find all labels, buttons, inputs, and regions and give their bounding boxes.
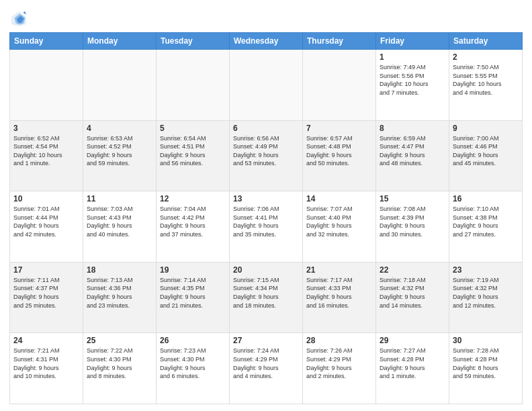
weekday-row: SundayMondayTuesdayWednesdayThursdayFrid… [10, 33, 523, 50]
calendar-cell: 25Sunrise: 7:22 AM Sunset: 4:30 PM Dayli… [83, 333, 157, 404]
day-number: 17 [13, 265, 79, 275]
day-info: Sunrise: 6:57 AM Sunset: 4:48 PM Dayligh… [306, 134, 372, 168]
calendar-week-4: 17Sunrise: 7:11 AM Sunset: 4:37 PM Dayli… [10, 262, 523, 333]
calendar-cell: 6Sunrise: 6:56 AM Sunset: 4:49 PM Daylig… [230, 120, 303, 191]
day-number: 19 [160, 265, 226, 275]
day-number: 7 [306, 124, 372, 133]
calendar-week-2: 3Sunrise: 6:52 AM Sunset: 4:54 PM Daylig… [10, 120, 523, 191]
calendar-cell: 29Sunrise: 7:27 AM Sunset: 4:28 PM Dayli… [376, 333, 449, 404]
calendar-cell: 5Sunrise: 6:54 AM Sunset: 4:51 PM Daylig… [157, 120, 230, 191]
day-number: 15 [380, 194, 445, 203]
calendar-cell: 2Sunrise: 7:50 AM Sunset: 5:55 PM Daylig… [449, 50, 523, 121]
calendar-cell: 21Sunrise: 7:17 AM Sunset: 4:33 PM Dayli… [303, 262, 376, 333]
day-number: 13 [233, 194, 299, 203]
day-number: 25 [87, 336, 152, 345]
logo-icon [9, 9, 28, 28]
day-info: Sunrise: 7:23 AM Sunset: 4:30 PM Dayligh… [160, 347, 226, 380]
day-info: Sunrise: 7:01 AM Sunset: 4:44 PM Dayligh… [13, 205, 79, 238]
day-info: Sunrise: 7:04 AM Sunset: 4:42 PM Dayligh… [160, 205, 226, 238]
day-number: 5 [160, 124, 226, 133]
day-info: Sunrise: 7:18 AM Sunset: 4:32 PM Dayligh… [380, 276, 445, 310]
day-number: 23 [453, 265, 519, 275]
calendar-cell: 20Sunrise: 7:15 AM Sunset: 4:34 PM Dayli… [230, 262, 303, 333]
day-info: Sunrise: 6:56 AM Sunset: 4:49 PM Dayligh… [233, 134, 299, 168]
day-info: Sunrise: 7:14 AM Sunset: 4:35 PM Dayligh… [160, 276, 226, 310]
day-number: 2 [453, 52, 519, 62]
weekday-header-sunday: Sunday [10, 33, 83, 50]
weekday-header-friday: Friday [376, 33, 449, 50]
calendar-cell: 10Sunrise: 7:01 AM Sunset: 4:44 PM Dayli… [10, 191, 83, 263]
calendar-cell: 1Sunrise: 7:49 AM Sunset: 5:56 PM Daylig… [376, 50, 449, 121]
calendar-header: SundayMondayTuesdayWednesdayThursdayFrid… [10, 33, 523, 50]
day-info: Sunrise: 7:50 AM Sunset: 5:55 PM Dayligh… [453, 63, 519, 97]
day-number: 10 [13, 194, 79, 203]
calendar-cell: 19Sunrise: 7:14 AM Sunset: 4:35 PM Dayli… [157, 262, 230, 333]
day-info: Sunrise: 7:24 AM Sunset: 4:29 PM Dayligh… [233, 347, 299, 380]
calendar-cell: 7Sunrise: 6:57 AM Sunset: 4:48 PM Daylig… [303, 120, 376, 191]
calendar-cell: 16Sunrise: 7:10 AM Sunset: 4:38 PM Dayli… [449, 191, 523, 263]
calendar-cell: 27Sunrise: 7:24 AM Sunset: 4:29 PM Dayli… [230, 333, 303, 404]
day-info: Sunrise: 7:08 AM Sunset: 4:39 PM Dayligh… [380, 205, 445, 238]
calendar-cell [10, 50, 83, 121]
page: SundayMondayTuesdayWednesdayThursdayFrid… [0, 0, 532, 411]
day-number: 12 [160, 194, 226, 203]
day-info: Sunrise: 7:28 AM Sunset: 4:28 PM Dayligh… [453, 347, 519, 380]
calendar-week-1: 1Sunrise: 7:49 AM Sunset: 5:56 PM Daylig… [10, 50, 523, 121]
calendar-cell: 4Sunrise: 6:53 AM Sunset: 4:52 PM Daylig… [83, 120, 157, 191]
calendar-cell: 13Sunrise: 7:06 AM Sunset: 4:41 PM Dayli… [230, 191, 303, 263]
calendar-cell: 8Sunrise: 6:59 AM Sunset: 4:47 PM Daylig… [376, 120, 449, 191]
day-info: Sunrise: 7:13 AM Sunset: 4:36 PM Dayligh… [87, 276, 152, 310]
calendar-cell: 22Sunrise: 7:18 AM Sunset: 4:32 PM Dayli… [376, 262, 449, 333]
day-info: Sunrise: 7:07 AM Sunset: 4:40 PM Dayligh… [306, 205, 372, 238]
calendar-cell: 18Sunrise: 7:13 AM Sunset: 4:36 PM Dayli… [83, 262, 157, 333]
calendar-cell: 17Sunrise: 7:11 AM Sunset: 4:37 PM Dayli… [10, 262, 83, 333]
day-number: 28 [306, 336, 372, 345]
calendar-cell: 26Sunrise: 7:23 AM Sunset: 4:30 PM Dayli… [157, 333, 230, 404]
calendar-body: 1Sunrise: 7:49 AM Sunset: 5:56 PM Daylig… [10, 50, 523, 404]
calendar-cell [83, 50, 157, 121]
day-info: Sunrise: 7:06 AM Sunset: 4:41 PM Dayligh… [233, 205, 299, 238]
day-info: Sunrise: 7:27 AM Sunset: 4:28 PM Dayligh… [380, 347, 445, 380]
calendar-cell [157, 50, 230, 121]
day-number: 27 [233, 336, 299, 345]
day-info: Sunrise: 6:52 AM Sunset: 4:54 PM Dayligh… [13, 134, 79, 168]
day-number: 4 [87, 124, 152, 133]
weekday-header-saturday: Saturday [449, 33, 523, 50]
calendar-cell: 24Sunrise: 7:21 AM Sunset: 4:31 PM Dayli… [10, 333, 83, 404]
day-number: 1 [380, 52, 445, 62]
day-number: 21 [306, 265, 372, 275]
calendar-cell: 9Sunrise: 7:00 AM Sunset: 4:46 PM Daylig… [449, 120, 523, 191]
day-number: 16 [453, 194, 519, 203]
calendar-cell: 14Sunrise: 7:07 AM Sunset: 4:40 PM Dayli… [303, 191, 376, 263]
day-info: Sunrise: 7:17 AM Sunset: 4:33 PM Dayligh… [306, 276, 372, 310]
day-info: Sunrise: 7:49 AM Sunset: 5:56 PM Dayligh… [380, 63, 445, 97]
day-number: 18 [87, 265, 152, 275]
weekday-header-thursday: Thursday [303, 33, 376, 50]
day-info: Sunrise: 7:19 AM Sunset: 4:32 PM Dayligh… [453, 276, 519, 310]
day-number: 3 [13, 124, 79, 133]
calendar-cell: 30Sunrise: 7:28 AM Sunset: 4:28 PM Dayli… [449, 333, 523, 404]
day-number: 8 [380, 124, 445, 133]
calendar-cell: 28Sunrise: 7:26 AM Sunset: 4:29 PM Dayli… [303, 333, 376, 404]
day-number: 20 [233, 265, 299, 275]
weekday-header-tuesday: Tuesday [157, 33, 230, 50]
logo [9, 7, 31, 28]
day-info: Sunrise: 7:00 AM Sunset: 4:46 PM Dayligh… [453, 134, 519, 168]
calendar-cell: 12Sunrise: 7:04 AM Sunset: 4:42 PM Dayli… [157, 191, 230, 263]
day-number: 9 [453, 124, 519, 133]
header [9, 7, 523, 28]
day-info: Sunrise: 6:54 AM Sunset: 4:51 PM Dayligh… [160, 134, 226, 168]
day-info: Sunrise: 7:22 AM Sunset: 4:30 PM Dayligh… [87, 347, 152, 380]
day-info: Sunrise: 6:59 AM Sunset: 4:47 PM Dayligh… [380, 134, 445, 168]
day-number: 26 [160, 336, 226, 345]
day-info: Sunrise: 7:15 AM Sunset: 4:34 PM Dayligh… [233, 276, 299, 310]
day-number: 6 [233, 124, 299, 133]
calendar-cell [303, 50, 376, 121]
day-number: 11 [87, 194, 152, 203]
calendar-cell: 11Sunrise: 7:03 AM Sunset: 4:43 PM Dayli… [83, 191, 157, 263]
day-number: 29 [380, 336, 445, 345]
day-number: 14 [306, 194, 372, 203]
day-number: 22 [380, 265, 445, 275]
day-info: Sunrise: 7:11 AM Sunset: 4:37 PM Dayligh… [13, 276, 79, 310]
day-number: 30 [453, 336, 519, 345]
